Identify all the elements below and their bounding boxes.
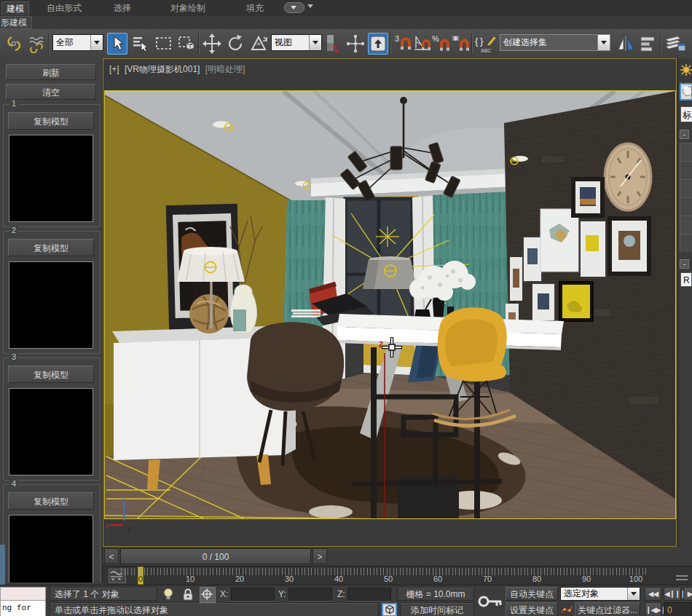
ribbon-tab-modeling[interactable]: 建模: [1, 1, 29, 15]
camera-viewport[interactable]: [+] [VR物理摄影机001] [明暗处理]: [103, 58, 677, 547]
select-by-name-button[interactable]: [130, 33, 151, 55]
select-and-scale-button[interactable]: [248, 33, 269, 55]
ribbon-minimize-arrow-icon[interactable]: [307, 4, 313, 8]
angle-snap-toggle-button[interactable]: [412, 33, 433, 55]
object-type-button[interactable]: [680, 198, 692, 216]
prompt-line: 单击或单击并拖动以选择对象: [50, 602, 379, 616]
object-type-button[interactable]: [680, 234, 692, 252]
paper-stack[interactable]: [291, 309, 321, 317]
y-coord-field[interactable]: [288, 588, 332, 601]
model-preview-1[interactable]: [9, 135, 93, 222]
y-coord-label: Y:: [278, 589, 286, 599]
auto-key-button[interactable]: 自动关键点: [506, 587, 558, 601]
frame-label: 0: [138, 574, 143, 583]
go-to-start-button[interactable]: ◀◀: [645, 587, 661, 601]
play-button[interactable]: ▶: [683, 587, 692, 601]
time-slider-handle[interactable]: 0 / 100: [120, 548, 311, 564]
viewport-menu-plus[interactable]: [+]: [109, 64, 119, 74]
bind-to-space-warp-icon[interactable]: [26, 33, 47, 55]
snaps-toggle-3d-button[interactable]: 3: [393, 33, 414, 55]
isolate-selection-toggle[interactable]: [382, 603, 397, 616]
reference-coordinate-value: 视图: [272, 36, 309, 49]
object-category-dropdown[interactable]: 标: [680, 106, 692, 122]
clear-button[interactable]: 清空: [6, 84, 96, 100]
select-and-move-button[interactable]: [202, 33, 222, 55]
axis-x-label: x: [106, 522, 109, 529]
geometry-category-button[interactable]: [680, 83, 692, 100]
keyboard-shortcut-override-toggle[interactable]: [368, 33, 388, 55]
use-pivot-point-center-icon[interactable]: [323, 33, 342, 55]
create-panel-tab-icon[interactable]: [680, 64, 692, 76]
time-slider-prev-button[interactable]: <: [104, 548, 119, 564]
window-crossing-toggle-button[interactable]: [176, 33, 197, 55]
resize-grip[interactable]: [676, 575, 688, 577]
ribbon-tab-object-paint[interactable]: 对象绘制: [166, 1, 210, 15]
current-frame-field[interactable]: 0: [664, 602, 692, 616]
key-filter-selection-dropdown[interactable]: 选定对象: [560, 587, 640, 601]
name-color-rollout-field[interactable]: R: [680, 272, 692, 287]
ribbon-panel-polygon-modeling[interactable]: 形建模: [0, 16, 32, 29]
resize-grip[interactable]: [676, 579, 688, 580]
named-selection-set-dropdown[interactable]: 创建选择集: [500, 34, 610, 51]
model-preview-3[interactable]: [9, 388, 93, 475]
ribbon-tab-freeform[interactable]: 自由形式: [42, 1, 86, 15]
select-and-rotate-button[interactable]: [225, 33, 245, 55]
glass-cup[interactable]: [233, 309, 246, 331]
selection-filter-dropdown[interactable]: 全部: [52, 34, 103, 51]
align-button[interactable]: [638, 33, 658, 55]
maxscript-listener-line[interactable]: ng for ALI: [0, 601, 46, 616]
track-bar[interactable]: 0102030405060708090100: [103, 566, 692, 585]
select-and-manipulate-button[interactable]: [345, 33, 366, 55]
prompt-lightbulb-icon[interactable]: [163, 588, 173, 601]
layer-manager-button[interactable]: [663, 33, 688, 55]
refresh-button[interactable]: 刷新: [6, 64, 96, 80]
copy-model-button-1[interactable]: 复制模型: [8, 112, 94, 130]
percent-snap-toggle-button[interactable]: %: [431, 33, 452, 55]
object-type-button[interactable]: [680, 143, 692, 162]
key-mode-toggle-button[interactable]: ❙◀▶❙: [645, 602, 661, 616]
selection-lock-icon[interactable]: [182, 588, 194, 601]
x-coord-field[interactable]: [231, 588, 275, 601]
ribbon-tab-selection[interactable]: 选择: [109, 1, 135, 15]
set-keys-key-icon[interactable]: [478, 591, 503, 612]
model-preview-2[interactable]: [9, 261, 93, 349]
time-slider-next-button[interactable]: >: [312, 548, 327, 564]
previous-frame-button[interactable]: ◀❙❙❙: [664, 587, 681, 601]
reference-coordinate-dropdown[interactable]: 视图: [271, 34, 322, 51]
render-scene[interactable]: Z: [105, 91, 675, 518]
set-key-button[interactable]: 设置关键点: [506, 602, 558, 616]
model-preview-4[interactable]: [9, 515, 93, 583]
dropdown-arrow-icon[interactable]: [309, 35, 321, 50]
dropdown-arrow-icon[interactable]: [627, 588, 640, 600]
rollout-collapse-button[interactable]: -: [680, 130, 689, 139]
mirror-button[interactable]: [616, 33, 636, 55]
key-filters-curve-icon[interactable]: [560, 604, 573, 616]
viewport-shading-label[interactable]: [明暗处理]: [205, 64, 245, 74]
add-time-tag[interactable]: 添加时间标记: [400, 602, 474, 616]
z-coord-field[interactable]: [347, 588, 391, 601]
dropdown-arrow-icon[interactable]: [597, 35, 610, 50]
ribbon-tab-populate[interactable]: 填充: [242, 1, 268, 15]
dropdown-arrow-icon[interactable]: [90, 35, 103, 50]
key-filters-button[interactable]: 关键点过滤器...: [575, 602, 640, 616]
toolbar-separator: [471, 33, 473, 54]
rectangular-selection-region-button[interactable]: [154, 33, 174, 55]
spinner-snap-toggle-button[interactable]: [450, 33, 471, 55]
maxscript-listener-macro-line[interactable]: [0, 587, 46, 601]
copy-model-button-3[interactable]: 复制模型: [8, 366, 94, 383]
absolute-offset-mode-button[interactable]: [200, 587, 216, 603]
object-type-button[interactable]: [680, 180, 692, 198]
select-and-link-icon[interactable]: [4, 33, 25, 55]
select-object-button[interactable]: [107, 33, 127, 55]
viewport-camera-label[interactable]: [VR物理摄影机001]: [125, 64, 200, 74]
edit-named-selection-sets-button[interactable]: { }ABC: [474, 33, 498, 55]
object-type-button[interactable]: [680, 162, 692, 180]
selection-status: 选择了 1 个 对象: [50, 587, 157, 601]
copy-model-button-2[interactable]: 复制模型: [8, 239, 94, 256]
copy-model-button-4[interactable]: 复制模型: [8, 492, 94, 510]
object-type-button[interactable]: [680, 216, 692, 234]
driftwood-sphere[interactable]: [189, 294, 229, 333]
rollout-collapse-button[interactable]: -: [680, 259, 689, 269]
ribbon-minimize-icon[interactable]: [284, 2, 304, 13]
wall-clock[interactable]: [605, 143, 651, 210]
